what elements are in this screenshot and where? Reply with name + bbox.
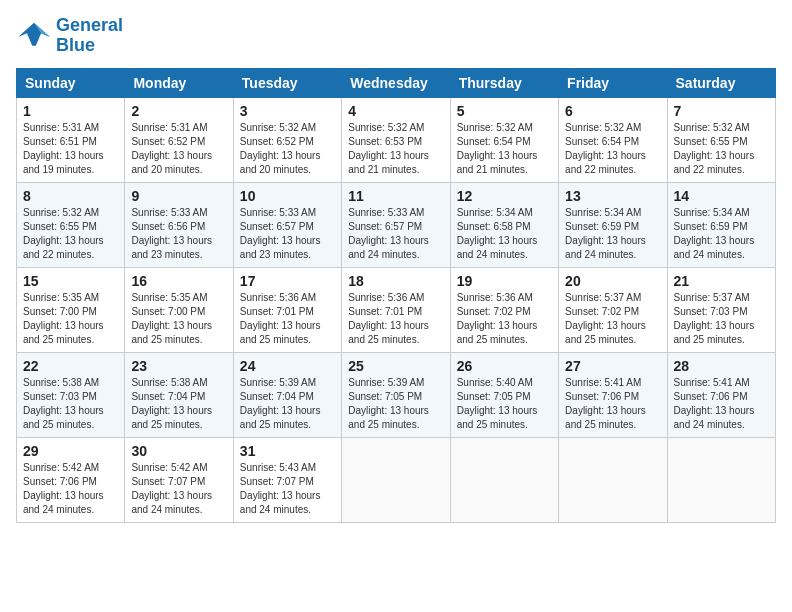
day-number: 3 bbox=[240, 103, 335, 119]
day-number: 26 bbox=[457, 358, 552, 374]
day-info: Sunrise: 5:34 AM Sunset: 6:59 PM Dayligh… bbox=[565, 206, 660, 262]
day-info: Sunrise: 5:36 AM Sunset: 7:01 PM Dayligh… bbox=[240, 291, 335, 347]
day-info: Sunrise: 5:38 AM Sunset: 7:04 PM Dayligh… bbox=[131, 376, 226, 432]
weekday-header: Monday bbox=[125, 68, 233, 97]
calendar-cell bbox=[667, 437, 775, 522]
calendar-cell: 29Sunrise: 5:42 AM Sunset: 7:06 PM Dayli… bbox=[17, 437, 125, 522]
day-number: 4 bbox=[348, 103, 443, 119]
day-number: 17 bbox=[240, 273, 335, 289]
day-info: Sunrise: 5:32 AM Sunset: 6:53 PM Dayligh… bbox=[348, 121, 443, 177]
day-info: Sunrise: 5:35 AM Sunset: 7:00 PM Dayligh… bbox=[23, 291, 118, 347]
day-info: Sunrise: 5:36 AM Sunset: 7:01 PM Dayligh… bbox=[348, 291, 443, 347]
calendar-week-row: 22Sunrise: 5:38 AM Sunset: 7:03 PM Dayli… bbox=[17, 352, 776, 437]
day-info: Sunrise: 5:33 AM Sunset: 6:57 PM Dayligh… bbox=[240, 206, 335, 262]
weekday-header: Saturday bbox=[667, 68, 775, 97]
day-number: 25 bbox=[348, 358, 443, 374]
calendar-week-row: 8Sunrise: 5:32 AM Sunset: 6:55 PM Daylig… bbox=[17, 182, 776, 267]
day-number: 28 bbox=[674, 358, 769, 374]
calendar-cell: 18Sunrise: 5:36 AM Sunset: 7:01 PM Dayli… bbox=[342, 267, 450, 352]
calendar-header-row: SundayMondayTuesdayWednesdayThursdayFrid… bbox=[17, 68, 776, 97]
calendar-cell: 2Sunrise: 5:31 AM Sunset: 6:52 PM Daylig… bbox=[125, 97, 233, 182]
day-info: Sunrise: 5:37 AM Sunset: 7:03 PM Dayligh… bbox=[674, 291, 769, 347]
day-info: Sunrise: 5:32 AM Sunset: 6:54 PM Dayligh… bbox=[457, 121, 552, 177]
calendar-cell: 31Sunrise: 5:43 AM Sunset: 7:07 PM Dayli… bbox=[233, 437, 341, 522]
calendar-cell: 23Sunrise: 5:38 AM Sunset: 7:04 PM Dayli… bbox=[125, 352, 233, 437]
day-number: 8 bbox=[23, 188, 118, 204]
day-number: 16 bbox=[131, 273, 226, 289]
calendar-cell: 9Sunrise: 5:33 AM Sunset: 6:56 PM Daylig… bbox=[125, 182, 233, 267]
day-number: 30 bbox=[131, 443, 226, 459]
day-number: 31 bbox=[240, 443, 335, 459]
day-info: Sunrise: 5:34 AM Sunset: 6:58 PM Dayligh… bbox=[457, 206, 552, 262]
calendar-cell: 30Sunrise: 5:42 AM Sunset: 7:07 PM Dayli… bbox=[125, 437, 233, 522]
day-number: 22 bbox=[23, 358, 118, 374]
calendar-cell: 24Sunrise: 5:39 AM Sunset: 7:04 PM Dayli… bbox=[233, 352, 341, 437]
day-number: 5 bbox=[457, 103, 552, 119]
day-info: Sunrise: 5:31 AM Sunset: 6:51 PM Dayligh… bbox=[23, 121, 118, 177]
day-info: Sunrise: 5:31 AM Sunset: 6:52 PM Dayligh… bbox=[131, 121, 226, 177]
day-info: Sunrise: 5:32 AM Sunset: 6:54 PM Dayligh… bbox=[565, 121, 660, 177]
day-number: 14 bbox=[674, 188, 769, 204]
calendar-cell: 15Sunrise: 5:35 AM Sunset: 7:00 PM Dayli… bbox=[17, 267, 125, 352]
day-info: Sunrise: 5:38 AM Sunset: 7:03 PM Dayligh… bbox=[23, 376, 118, 432]
calendar-cell: 17Sunrise: 5:36 AM Sunset: 7:01 PM Dayli… bbox=[233, 267, 341, 352]
calendar-cell: 11Sunrise: 5:33 AM Sunset: 6:57 PM Dayli… bbox=[342, 182, 450, 267]
day-info: Sunrise: 5:39 AM Sunset: 7:05 PM Dayligh… bbox=[348, 376, 443, 432]
day-info: Sunrise: 5:33 AM Sunset: 6:56 PM Dayligh… bbox=[131, 206, 226, 262]
day-info: Sunrise: 5:32 AM Sunset: 6:55 PM Dayligh… bbox=[23, 206, 118, 262]
calendar-cell: 4Sunrise: 5:32 AM Sunset: 6:53 PM Daylig… bbox=[342, 97, 450, 182]
day-number: 19 bbox=[457, 273, 552, 289]
calendar-week-row: 1Sunrise: 5:31 AM Sunset: 6:51 PM Daylig… bbox=[17, 97, 776, 182]
day-number: 21 bbox=[674, 273, 769, 289]
calendar-week-row: 15Sunrise: 5:35 AM Sunset: 7:00 PM Dayli… bbox=[17, 267, 776, 352]
calendar-cell: 25Sunrise: 5:39 AM Sunset: 7:05 PM Dayli… bbox=[342, 352, 450, 437]
day-number: 2 bbox=[131, 103, 226, 119]
day-number: 9 bbox=[131, 188, 226, 204]
calendar-week-row: 29Sunrise: 5:42 AM Sunset: 7:06 PM Dayli… bbox=[17, 437, 776, 522]
day-number: 13 bbox=[565, 188, 660, 204]
day-info: Sunrise: 5:42 AM Sunset: 7:07 PM Dayligh… bbox=[131, 461, 226, 517]
calendar-cell: 1Sunrise: 5:31 AM Sunset: 6:51 PM Daylig… bbox=[17, 97, 125, 182]
day-info: Sunrise: 5:43 AM Sunset: 7:07 PM Dayligh… bbox=[240, 461, 335, 517]
calendar-cell: 20Sunrise: 5:37 AM Sunset: 7:02 PM Dayli… bbox=[559, 267, 667, 352]
weekday-header: Friday bbox=[559, 68, 667, 97]
day-number: 7 bbox=[674, 103, 769, 119]
calendar-cell: 19Sunrise: 5:36 AM Sunset: 7:02 PM Dayli… bbox=[450, 267, 558, 352]
calendar-cell: 8Sunrise: 5:32 AM Sunset: 6:55 PM Daylig… bbox=[17, 182, 125, 267]
day-info: Sunrise: 5:33 AM Sunset: 6:57 PM Dayligh… bbox=[348, 206, 443, 262]
day-info: Sunrise: 5:41 AM Sunset: 7:06 PM Dayligh… bbox=[565, 376, 660, 432]
calendar-cell bbox=[342, 437, 450, 522]
day-number: 12 bbox=[457, 188, 552, 204]
day-info: Sunrise: 5:34 AM Sunset: 6:59 PM Dayligh… bbox=[674, 206, 769, 262]
calendar-cell: 27Sunrise: 5:41 AM Sunset: 7:06 PM Dayli… bbox=[559, 352, 667, 437]
calendar-cell: 7Sunrise: 5:32 AM Sunset: 6:55 PM Daylig… bbox=[667, 97, 775, 182]
calendar-cell: 21Sunrise: 5:37 AM Sunset: 7:03 PM Dayli… bbox=[667, 267, 775, 352]
day-number: 20 bbox=[565, 273, 660, 289]
calendar-cell: 5Sunrise: 5:32 AM Sunset: 6:54 PM Daylig… bbox=[450, 97, 558, 182]
day-info: Sunrise: 5:40 AM Sunset: 7:05 PM Dayligh… bbox=[457, 376, 552, 432]
weekday-header: Thursday bbox=[450, 68, 558, 97]
day-number: 18 bbox=[348, 273, 443, 289]
calendar-cell: 10Sunrise: 5:33 AM Sunset: 6:57 PM Dayli… bbox=[233, 182, 341, 267]
weekday-header: Tuesday bbox=[233, 68, 341, 97]
calendar-cell: 16Sunrise: 5:35 AM Sunset: 7:00 PM Dayli… bbox=[125, 267, 233, 352]
day-info: Sunrise: 5:42 AM Sunset: 7:06 PM Dayligh… bbox=[23, 461, 118, 517]
day-number: 15 bbox=[23, 273, 118, 289]
day-info: Sunrise: 5:35 AM Sunset: 7:00 PM Dayligh… bbox=[131, 291, 226, 347]
calendar-cell: 12Sunrise: 5:34 AM Sunset: 6:58 PM Dayli… bbox=[450, 182, 558, 267]
logo-icon bbox=[16, 21, 52, 51]
day-info: Sunrise: 5:39 AM Sunset: 7:04 PM Dayligh… bbox=[240, 376, 335, 432]
calendar-cell: 6Sunrise: 5:32 AM Sunset: 6:54 PM Daylig… bbox=[559, 97, 667, 182]
day-info: Sunrise: 5:36 AM Sunset: 7:02 PM Dayligh… bbox=[457, 291, 552, 347]
day-number: 6 bbox=[565, 103, 660, 119]
day-info: Sunrise: 5:32 AM Sunset: 6:55 PM Dayligh… bbox=[674, 121, 769, 177]
day-info: Sunrise: 5:37 AM Sunset: 7:02 PM Dayligh… bbox=[565, 291, 660, 347]
calendar-cell: 22Sunrise: 5:38 AM Sunset: 7:03 PM Dayli… bbox=[17, 352, 125, 437]
day-number: 10 bbox=[240, 188, 335, 204]
calendar-cell: 13Sunrise: 5:34 AM Sunset: 6:59 PM Dayli… bbox=[559, 182, 667, 267]
weekday-header: Wednesday bbox=[342, 68, 450, 97]
calendar: SundayMondayTuesdayWednesdayThursdayFrid… bbox=[16, 68, 776, 523]
day-number: 23 bbox=[131, 358, 226, 374]
day-number: 27 bbox=[565, 358, 660, 374]
calendar-cell: 26Sunrise: 5:40 AM Sunset: 7:05 PM Dayli… bbox=[450, 352, 558, 437]
